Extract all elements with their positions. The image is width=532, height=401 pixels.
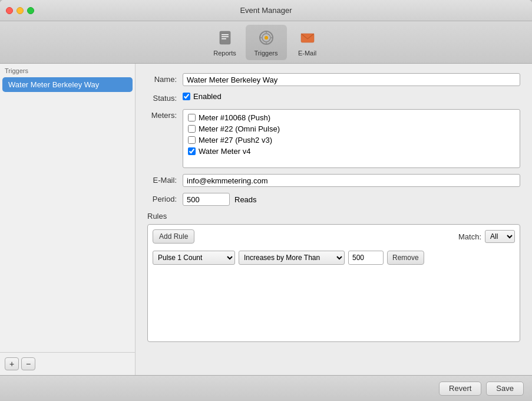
- triggers-icon: [257, 28, 276, 47]
- reports-label: Reports: [213, 50, 236, 57]
- maximize-button[interactable]: [27, 7, 34, 14]
- email-field-container: [183, 174, 520, 187]
- add-rule-button[interactable]: Add Rule: [153, 229, 194, 244]
- rules-label: Rules: [147, 212, 520, 221]
- period-container: Reads: [183, 193, 520, 206]
- window-title: Event Manager: [240, 6, 292, 15]
- svg-rect-2: [222, 36, 229, 37]
- svg-point-6: [265, 36, 268, 40]
- svg-rect-0: [220, 31, 230, 44]
- meter-row-1: Meter #10068 (Push): [188, 113, 515, 122]
- match-row: Match: All Any: [458, 230, 515, 243]
- period-unit: Reads: [234, 195, 257, 204]
- meter-2-label: Meter #22 (Omni Pulse): [199, 124, 280, 133]
- save-button[interactable]: Save: [486, 382, 524, 396]
- revert-button[interactable]: Revert: [439, 382, 481, 396]
- traffic-lights: [6, 7, 34, 14]
- status-checkbox[interactable]: [183, 93, 190, 100]
- name-row: Name:: [147, 73, 520, 86]
- minimize-button[interactable]: [16, 7, 24, 14]
- reports-icon: [216, 28, 234, 47]
- sidebar: Triggers Water Meter Berkeley Way + −: [0, 64, 136, 375]
- svg-rect-3: [222, 38, 226, 40]
- email-input[interactable]: [183, 174, 520, 187]
- rule-row-1: Pulse 1 Count Pulse 2 Count Pulse 3 Coun…: [153, 248, 515, 267]
- meter-4-checkbox[interactable]: [188, 147, 196, 155]
- rules-box: Add Rule Match: All Any Pulse 1: [147, 224, 520, 342]
- rule-field-select[interactable]: Pulse 1 Count Pulse 2 Count Pulse 3 Coun…: [153, 251, 235, 265]
- rules-content: Pulse 1 Count Pulse 2 Count Pulse 3 Coun…: [153, 248, 515, 337]
- status-label: Status:: [147, 92, 183, 103]
- remove-rule-button[interactable]: Remove: [387, 251, 424, 265]
- name-label: Name:: [147, 73, 183, 84]
- match-select[interactable]: All Any: [485, 230, 515, 243]
- name-field-container: [183, 73, 520, 86]
- meter-2-checkbox[interactable]: [188, 125, 196, 133]
- main-panel: Name: Status: Enabled Meters:: [136, 64, 532, 375]
- status-container: Enabled: [183, 92, 520, 103]
- status-text: Enabled: [193, 92, 222, 101]
- close-button[interactable]: [6, 7, 13, 14]
- toolbar: Reports Triggers: [0, 21, 532, 64]
- meter-row-3: Meter #27 (Push2 v3): [188, 136, 515, 144]
- status-checkbox-row: Enabled: [183, 92, 520, 101]
- meters-row: Meters: Meter #10068 (Push) Meter #22 (O…: [147, 109, 520, 168]
- period-row: Period: Reads: [147, 193, 520, 206]
- match-label: Match:: [458, 232, 481, 241]
- rules-toolbar: Add Rule Match: All Any: [153, 229, 515, 244]
- meter-3-label: Meter #27 (Push2 v3): [199, 136, 272, 144]
- email-icon: [298, 28, 317, 47]
- sidebar-item-water-meter[interactable]: Water Meter Berkeley Way: [2, 77, 133, 92]
- rules-section: Rules Add Rule Match: All Any: [147, 212, 520, 342]
- meter-4-label: Water Meter v4: [199, 147, 250, 156]
- toolbar-triggers-button[interactable]: Triggers: [246, 25, 287, 60]
- toolbar-email-button[interactable]: E-Mail: [287, 25, 328, 60]
- triggers-label: Triggers: [255, 50, 278, 57]
- sidebar-bottom: + −: [0, 352, 135, 375]
- meter-row-4: Water Meter v4: [188, 147, 515, 156]
- email-label: E-Mail:: [147, 174, 183, 185]
- meters-label: Meters:: [147, 109, 183, 120]
- rule-condition-select[interactable]: Increases by More Than Decreases by More…: [239, 251, 345, 265]
- bottom-bar: Revert Save: [0, 375, 532, 401]
- email-row: E-Mail:: [147, 174, 520, 187]
- toolbar-reports-button[interactable]: Reports: [204, 25, 246, 60]
- name-input[interactable]: [183, 73, 520, 86]
- svg-rect-1: [222, 34, 229, 35]
- sidebar-section-header: Triggers: [0, 64, 135, 77]
- main-window: Event Manager Reports: [0, 0, 532, 401]
- meter-row-2: Meter #22 (Omni Pulse): [188, 124, 515, 133]
- titlebar: Event Manager: [0, 0, 532, 21]
- period-input[interactable]: [183, 193, 230, 206]
- rule-value-input[interactable]: [348, 251, 384, 265]
- email-label: E-Mail: [298, 50, 316, 57]
- status-row: Status: Enabled: [147, 92, 520, 103]
- meter-1-checkbox[interactable]: [188, 114, 196, 121]
- add-trigger-button[interactable]: +: [5, 357, 19, 370]
- content-area: Triggers Water Meter Berkeley Way + − Na…: [0, 64, 532, 375]
- meters-box: Meter #10068 (Push) Meter #22 (Omni Puls…: [183, 109, 520, 168]
- period-label: Period:: [147, 193, 183, 203]
- meter-1-label: Meter #10068 (Push): [199, 113, 270, 122]
- remove-trigger-button[interactable]: −: [21, 357, 35, 370]
- meter-3-checkbox[interactable]: [188, 136, 196, 144]
